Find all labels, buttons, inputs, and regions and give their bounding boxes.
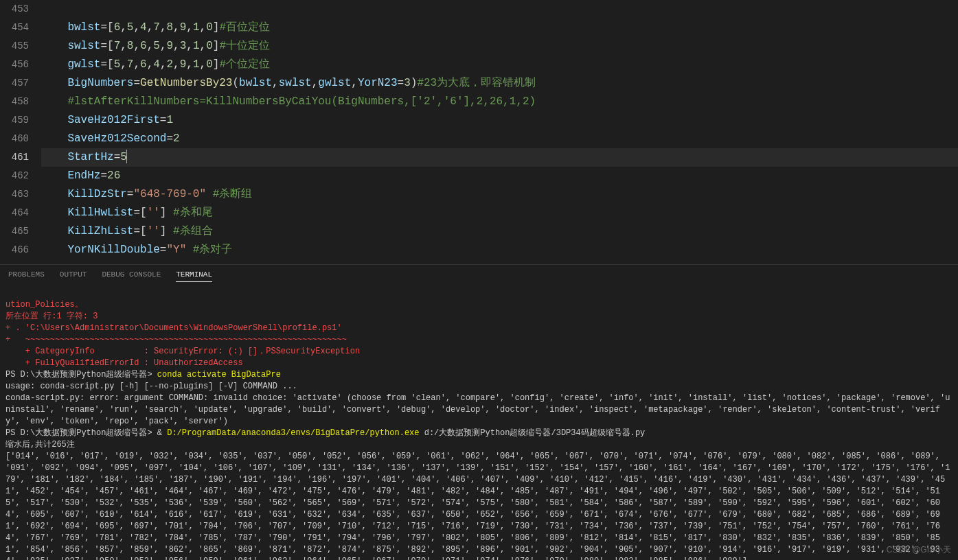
code-line[interactable]: StartHz=5: [41, 148, 958, 167]
code-token: "648-769-0": [133, 188, 206, 200]
code-token: 6: [114, 21, 121, 34]
code-token: '': [147, 225, 160, 237]
code-token: [186, 244, 193, 256]
code-line[interactable]: gwlst=[5,7,6,4,2,9,1,0]#个位定位: [41, 56, 958, 74]
panel-tab-terminal[interactable]: TERMINAL: [176, 270, 212, 282]
terminal-error-line: + FullyQualifiedErrorId : UnauthorizedAc…: [5, 358, 243, 368]
code-token: 8: [127, 40, 134, 52]
line-number: 455: [0, 37, 29, 56]
code-token: ,: [186, 21, 193, 34]
code-token: ]: [213, 40, 220, 52]
code-token: ,: [351, 77, 358, 89]
line-number: 456: [0, 56, 29, 74]
code-token: =[: [100, 58, 113, 71]
code-token: bwlst: [67, 21, 100, 34]
panel-tab-debug-console[interactable]: DEBUG CONSOLE: [102, 270, 161, 282]
code-editor[interactable]: 4534544554564574584594604614624634644654…: [0, 0, 958, 264]
code-token: ,: [120, 40, 127, 52]
line-number: 457: [0, 74, 29, 93]
code-token: swlst: [67, 40, 100, 52]
code-token: #杀对子: [193, 244, 233, 256]
terminal-command-arg: d:/大数据预测Python超级缩号器/3DP34码超级缩号器.py: [419, 428, 645, 438]
code-token: 6: [140, 40, 147, 52]
code-content[interactable]: bwlst=[6,5,4,7,8,9,1,0]#百位定位 swlst=[7,8,…: [41, 0, 958, 264]
code-token: =[: [133, 225, 146, 237]
code-token: YorNKillDouble: [67, 244, 159, 256]
code-token: GetNumbersBy23: [140, 77, 232, 89]
code-token: 7: [127, 58, 134, 71]
code-token: 26: [107, 170, 120, 182]
terminal-prompt: PS D:\大数据预测Python超级缩号器> &: [5, 428, 167, 438]
code-line[interactable]: #lstAfterKillNumbers=KillNumbersByCaiYou…: [41, 93, 958, 111]
code-token: =: [114, 151, 121, 163]
code-token: ,: [200, 21, 207, 34]
watermark: CSDN @GIS小天: [887, 544, 951, 556]
code-token: [206, 188, 213, 200]
code-token: 7: [114, 40, 121, 52]
terminal-error-line: ution_Policies。: [5, 300, 83, 310]
code-token: ]: [160, 207, 173, 219]
code-token: ,: [186, 40, 193, 52]
code-token: gwlst: [67, 58, 100, 71]
code-token: ,: [173, 21, 180, 34]
code-token: ,: [160, 40, 167, 52]
code-line[interactable]: KillHwList=[''] #杀和尾: [41, 204, 958, 222]
code-line[interactable]: SaveHz012Second=2: [41, 130, 958, 148]
code-token: ,: [120, 58, 127, 71]
code-token: ,: [147, 58, 154, 71]
code-line[interactable]: swlst=[7,8,6,5,9,3,1,0]#十位定位: [41, 37, 958, 56]
code-token: 3: [180, 40, 187, 52]
code-token: ): [411, 77, 418, 89]
code-token: 4: [140, 21, 147, 34]
code-token: ]: [160, 225, 173, 237]
line-number: 460: [0, 130, 29, 148]
code-line[interactable]: [41, 0, 958, 19]
code-token: #23为大底，即容错机制: [417, 77, 536, 89]
panel-tab-problems[interactable]: PROBLEMS: [8, 270, 45, 282]
code-token: "Y": [166, 244, 186, 256]
code-token: 9: [180, 21, 187, 34]
code-token: =: [166, 132, 173, 145]
code-token: =: [160, 114, 167, 126]
code-token: ,: [272, 77, 279, 89]
code-token: 3: [404, 77, 411, 89]
code-line[interactable]: EndHz=26: [41, 167, 958, 185]
line-number: 466: [0, 241, 29, 259]
code-token: 4: [153, 58, 160, 71]
code-line[interactable]: bwlst=[6,5,4,7,8,9,1,0]#百位定位: [41, 19, 958, 37]
line-number: 453: [0, 0, 29, 19]
code-token: =[: [100, 40, 113, 52]
code-token: 1: [193, 40, 200, 52]
code-token: #杀断组: [213, 188, 253, 200]
code-token: ]: [213, 58, 220, 71]
code-token: 8: [167, 21, 174, 34]
code-token: 1: [193, 21, 200, 34]
terminal-error-line: + CategoryInfo : SecurityError: (:) []，P…: [5, 347, 360, 356]
code-token: 2: [173, 132, 180, 145]
code-token: EndHz: [67, 170, 100, 182]
code-token: ,: [186, 58, 193, 71]
cursor: [126, 150, 127, 163]
code-line[interactable]: BigNumbers=GetNumbersBy23(bwlst,swlst,gw…: [41, 74, 958, 93]
code-token: StartHz: [67, 151, 113, 163]
code-token: 5: [127, 21, 134, 34]
code-token: ,: [147, 40, 154, 52]
code-token: SaveHz012First: [67, 114, 159, 126]
code-token: 9: [167, 40, 174, 52]
code-token: gwlst: [318, 77, 351, 89]
code-line[interactable]: KillZhList=[''] #杀组合: [41, 222, 958, 241]
code-line[interactable]: SaveHz012First=1: [41, 111, 958, 130]
code-token: ,: [120, 21, 127, 34]
terminal-output[interactable]: ution_Policies。 所在位置 行:1 字符: 3 + . 'C:\U…: [0, 286, 958, 560]
panel-tab-output[interactable]: OUTPUT: [60, 270, 87, 282]
code-line[interactable]: KillDzStr="648-769-0" #杀断组: [41, 185, 958, 204]
code-token: 7: [153, 21, 160, 34]
code-token: 1: [193, 58, 200, 71]
code-token: ,: [173, 58, 180, 71]
code-token: 2: [167, 58, 174, 71]
code-token: ,: [147, 21, 154, 34]
code-token: ,: [133, 21, 140, 34]
code-token: #百位定位: [219, 21, 270, 34]
code-line[interactable]: YorNKillDouble="Y" #杀对子: [41, 241, 958, 259]
code-token: =: [160, 244, 167, 256]
